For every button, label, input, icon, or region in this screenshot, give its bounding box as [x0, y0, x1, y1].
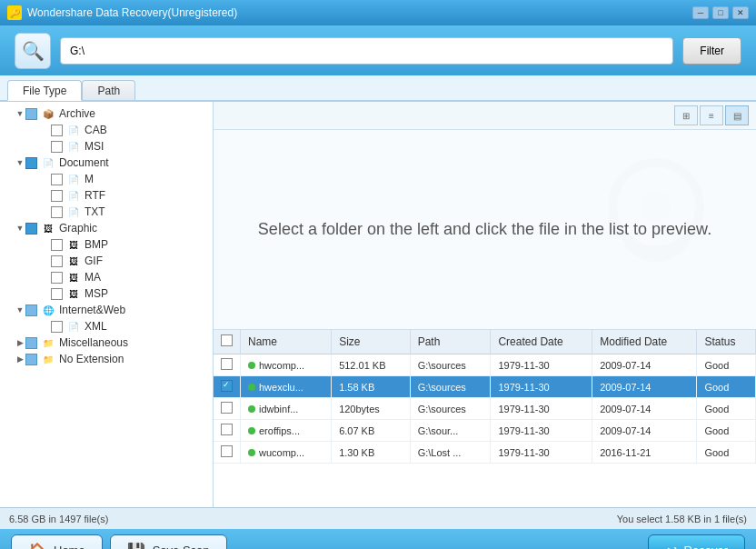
checkbox-0[interactable] [221, 358, 233, 370]
table-row[interactable]: idwbinf...120bytesG:\sources1979-11-3020… [214, 398, 756, 420]
tree-item-cab[interactable]: 📄 CAB [0, 122, 213, 138]
noext-icon: 📁 [41, 353, 55, 365]
path-header: Path [410, 330, 491, 354]
misc-label: Miscellaneous [59, 336, 128, 349]
select-all-checkbox[interactable] [221, 334, 233, 346]
archive-checkbox[interactable] [25, 108, 37, 120]
cell-1-4: Good [697, 376, 756, 398]
checkbox-3[interactable] [221, 424, 233, 435]
tree-item-bmp[interactable]: 🖼 BMP [0, 236, 213, 253]
name-cell-4: wucomp... [241, 442, 332, 464]
save-icon: 💾 [127, 542, 145, 550]
graphic-checkbox[interactable] [25, 223, 37, 235]
misc-checkbox[interactable] [25, 337, 37, 349]
misc-icon: 📁 [41, 336, 55, 349]
expand-arrow: ▼ [15, 109, 25, 118]
recover-button[interactable]: ↩ Recover [648, 534, 745, 549]
modified-header: Modified Date [592, 330, 697, 354]
select-all-header[interactable] [214, 330, 241, 354]
maximize-button[interactable]: □ [712, 6, 729, 19]
row-checkbox-3[interactable] [214, 420, 241, 442]
table-row[interactable]: hwexclu...1.58 KBG:\sources1979-11-30200… [214, 376, 756, 398]
ma-label: MA [85, 271, 101, 284]
tree-item-noext[interactable]: ▶ 📁 No Extension [0, 351, 213, 367]
tree-item-internet[interactable]: ▼ 🌐 Internet&Web [0, 302, 213, 318]
cell-3-3: 2009-07-14 [592, 420, 697, 442]
home-button[interactable]: 🏠 Home [11, 534, 103, 549]
cell-4-2: 1979-11-30 [491, 442, 592, 464]
save-label: Save Scan [153, 544, 210, 550]
table-row[interactable]: wucomp...1.30 KBG:\Lost ...1979-11-30201… [214, 442, 756, 464]
txt-checkbox[interactable] [51, 206, 63, 218]
tree-item-archive[interactable]: ▼ 📦 Archive [0, 105, 213, 122]
tree-item-msi[interactable]: 📄 MSI [0, 138, 213, 155]
misc-arrow: ▶ [15, 338, 25, 347]
file-list: Name Size Path Created Date Modified Dat… [214, 330, 756, 507]
minimize-button[interactable]: ─ [692, 6, 709, 19]
titlebar: 🔑 Wondershare Data Recovery(Unregistered… [0, 0, 756, 25]
bmp-checkbox[interactable] [51, 239, 63, 251]
xml-label: XML [85, 320, 107, 333]
detail-view-button[interactable]: ▤ [725, 105, 749, 125]
m-checkbox[interactable] [51, 174, 63, 185]
cell-1-1: G:\sources [410, 376, 491, 398]
table-row[interactable]: eroffips...6.07 KBG:\sour...1979-11-3020… [214, 420, 756, 442]
recover-label: Recover [684, 544, 728, 550]
msp-checkbox[interactable] [51, 288, 63, 300]
file-table: Name Size Path Created Date Modified Dat… [214, 330, 756, 464]
cell-1-2: 1979-11-30 [491, 376, 592, 398]
txt-label: TXT [85, 205, 105, 218]
checkbox-1[interactable] [221, 380, 233, 392]
checkbox-2[interactable] [221, 402, 233, 414]
tree-item-document[interactable]: ▼ 📄 Document [0, 155, 213, 171]
tree-item-gif[interactable]: 🖼 GIF [0, 253, 213, 269]
tree-item-xml[interactable]: 📄 XML [0, 318, 213, 334]
close-button[interactable]: ✕ [732, 6, 749, 19]
msi-checkbox[interactable] [51, 141, 63, 153]
content-area: ▼ 📦 Archive 📄 CAB 📄 MSI ▼ 📄 [0, 101, 756, 507]
grid-view-button[interactable]: ⊞ [674, 105, 698, 125]
tree-item-graphic[interactable]: ▼ 🖼 Graphic [0, 220, 213, 236]
list-view-button[interactable]: ≡ [700, 105, 723, 125]
cab-checkbox[interactable] [51, 125, 63, 136]
cell-2-0: 120bytes [332, 398, 411, 420]
tree-item-ma[interactable]: 🖼 MA [0, 269, 213, 285]
path-input[interactable] [60, 37, 673, 65]
checkbox-4[interactable] [221, 445, 233, 457]
row-checkbox-0[interactable] [214, 354, 241, 376]
row-checkbox-4[interactable] [214, 442, 241, 464]
tree-item-misc[interactable]: ▶ 📁 Miscellaneous [0, 334, 213, 351]
tab-path[interactable]: Path [82, 80, 135, 100]
gif-checkbox[interactable] [51, 255, 63, 267]
tree-item-txt[interactable]: 📄 TXT [0, 204, 213, 220]
cell-2-3: 2009-07-14 [592, 398, 697, 420]
app-icon: 🔑 [7, 5, 22, 20]
inet-checkbox[interactable] [25, 304, 37, 316]
tree-item-m[interactable]: 📄 M [0, 171, 213, 187]
tab-bar: File Type Path [0, 75, 756, 101]
filter-button[interactable]: Filter [682, 37, 741, 65]
msp-label: MSP [85, 287, 108, 300]
graphic-label: Graphic [59, 222, 97, 235]
ma-checkbox[interactable] [51, 272, 63, 284]
rtf-checkbox[interactable] [51, 190, 63, 202]
tree-item-msp[interactable]: 🖼 MSP [0, 285, 213, 302]
left-panel: ▼ 📦 Archive 📄 CAB 📄 MSI ▼ 📄 [0, 102, 214, 507]
gif-label: GIF [85, 255, 103, 267]
table-row[interactable]: hwcomp...512.01 KBG:\sources1979-11-3020… [214, 354, 756, 376]
status-left: 6.58 GB in 1497 file(s) [9, 514, 108, 524]
row-checkbox-1[interactable] [214, 376, 241, 398]
noext-checkbox[interactable] [25, 354, 37, 365]
inet-icon: 🌐 [41, 304, 55, 316]
tree-item-rtf[interactable]: 📄 RTF [0, 187, 213, 204]
cab-label: CAB [85, 124, 107, 136]
xml-checkbox[interactable] [51, 321, 63, 333]
row-checkbox-2[interactable] [214, 398, 241, 420]
save-scan-button[interactable]: 💾 Save Scan [110, 534, 227, 549]
toolbar: 🔍 Filter [0, 25, 756, 75]
cell-3-1: G:\sour... [410, 420, 491, 442]
cell-3-2: 1979-11-30 [491, 420, 592, 442]
tab-file-type[interactable]: File Type [7, 80, 82, 101]
doc-checkbox[interactable] [25, 157, 37, 169]
cell-0-1: G:\sources [410, 354, 491, 376]
